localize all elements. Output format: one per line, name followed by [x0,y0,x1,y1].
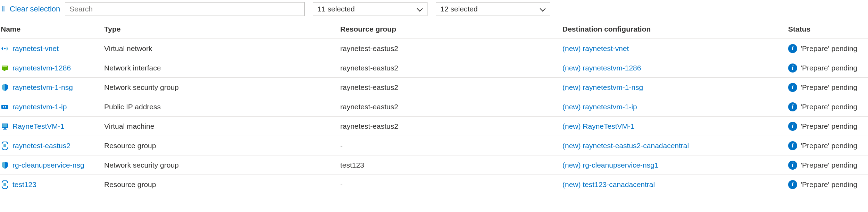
cell-status: i'Prepare' pending [788,180,868,189]
cell-resource-group: raynetest-eastus2 [340,103,562,111]
svg-rect-1 [2,66,8,70]
cell-destination: (new) test123-canadacentral [562,180,788,189]
filter-dropdown-2[interactable]: 12 selected [436,2,550,16]
destination-prefix: (new) [562,83,581,91]
info-icon[interactable]: i [788,83,797,92]
table-row[interactable]: raynetestvm-1-ipPublic IP addressraynete… [0,97,868,117]
status-text: 'Prepare' pending [801,44,857,53]
table-row[interactable]: raynetest-eastus2Resource group-(new) ra… [0,136,868,155]
destination-link[interactable]: (new) RayneTestVM-1 [562,122,635,130]
cell-resource-group: test123 [340,161,562,169]
destination-prefix: (new) [562,122,581,130]
toolbar: ll Clear selection 11 selected 12 select… [0,0,868,19]
info-icon[interactable]: i [788,102,797,111]
destination-name: raynetestvm-1286 [581,64,641,72]
svg-rect-2 [2,66,7,67]
svg-rect-5 [6,70,6,71]
table-body: raynetest-vnetVirtual networkraynetest-e… [0,39,868,194]
cell-destination: (new) raynetest-vnet [562,44,788,53]
select-all-link-partial[interactable]: ll [1,5,5,14]
resource-name-link[interactable]: raynetestvm-1286 [12,64,71,72]
col-header-destination[interactable]: Destination configuration [562,25,788,33]
cell-status: i'Prepare' pending [788,102,868,111]
info-icon[interactable]: i [788,44,797,53]
destination-prefix: (new) [562,180,581,188]
col-header-status[interactable]: Status [788,25,868,33]
resource-name-link[interactable]: test123 [12,180,36,189]
resource-name-link[interactable]: raynetest-eastus2 [12,142,70,150]
table-row[interactable]: raynetestvm-1286Network interfaceraynete… [0,58,868,78]
destination-link[interactable]: (new) raynetestvm-1286 [562,64,641,72]
nsg-icon [1,83,9,92]
svg-rect-11 [4,128,6,129]
destination-prefix: (new) [562,142,581,150]
info-icon[interactable]: i [788,141,797,150]
status-text: 'Prepare' pending [801,103,857,111]
resource-name-link[interactable]: raynetestvm-1-ip [12,103,67,111]
table-row[interactable]: rg-cleanupservice-nsgNetwork security gr… [0,155,868,175]
cell-status: i'Prepare' pending [788,122,868,131]
cell-resource-group: raynetest-eastus2 [340,64,562,72]
cell-type: Resource group [104,180,340,189]
status-text: 'Prepare' pending [801,122,857,130]
cell-type: Resource group [104,142,340,150]
table-row[interactable]: test123Resource group-(new) test123-cana… [0,175,868,194]
destination-prefix: (new) [562,103,581,111]
cell-destination: (new) raynetest-eastus2-canadacentral [562,142,788,150]
resource-name-link[interactable]: raynetest-vnet [12,44,59,53]
info-icon[interactable]: i [788,63,797,73]
cell-destination: (new) RayneTestVM-1 [562,122,788,130]
table-row[interactable]: RayneTestVM-1Virtual machineraynetest-ea… [0,117,868,136]
search-input-wrapper[interactable] [65,2,304,16]
svg-point-8 [5,106,6,108]
cell-status: i'Prepare' pending [788,44,868,53]
status-text: 'Prepare' pending [801,180,857,189]
svg-rect-10 [2,124,7,127]
resource-name-link[interactable]: rg-cleanupservice-nsg [12,161,84,169]
destination-link[interactable]: (new) test123-canadacentral [562,180,655,189]
cell-destination: (new) raynetestvm-1286 [562,64,788,72]
destination-link[interactable]: (new) raynetest-eastus2-canadacentral [562,142,689,150]
col-header-name[interactable]: Name [0,25,104,33]
cell-name: test123 [0,180,104,189]
search-input[interactable] [69,5,300,13]
table-row[interactable]: raynetestvm-1-nsgNetwork security groupr… [0,78,868,97]
status-text: 'Prepare' pending [801,64,857,72]
resource-name-link[interactable]: RayneTestVM-1 [12,122,64,130]
nsg-icon [1,161,9,169]
status-text: 'Prepare' pending [801,142,857,150]
svg-rect-12 [3,129,7,130]
cell-name: raynetestvm-1-nsg [0,83,104,92]
cell-status: i'Prepare' pending [788,83,868,92]
cell-resource-group: - [340,142,562,150]
clear-selection-link[interactable]: Clear selection [10,5,60,14]
destination-prefix: (new) [562,161,581,169]
filter-dropdown-1[interactable]: 11 selected [313,2,427,16]
svg-rect-13 [3,144,6,147]
destination-name: raynetest-eastus2-canadacentral [581,142,689,150]
destination-link[interactable]: (new) raynetestvm-1-nsg [562,83,643,92]
cell-name: raynetestvm-1286 [0,64,104,72]
destination-link[interactable]: (new) raynetestvm-1-ip [562,103,637,111]
cell-resource-group: raynetest-eastus2 [340,44,562,53]
cell-type: Network security group [104,83,340,92]
destination-name: rg-cleanupservice-nsg1 [581,161,659,169]
col-header-type[interactable]: Type [104,25,340,33]
svg-rect-14 [3,183,6,186]
destination-link[interactable]: (new) raynetest-vnet [562,44,629,53]
cell-status: i'Prepare' pending [788,63,868,73]
destination-name: test123-canadacentral [581,180,655,188]
resource-name-link[interactable]: raynetestvm-1-nsg [12,83,73,92]
info-icon[interactable]: i [788,122,797,131]
svg-point-7 [3,106,4,108]
destination-link[interactable]: (new) rg-cleanupservice-nsg1 [562,161,659,169]
info-icon[interactable]: i [788,161,797,170]
table-row[interactable]: raynetest-vnetVirtual networkraynetest-e… [0,39,868,58]
filter-dropdown-1-label: 11 selected [317,5,354,13]
info-icon[interactable]: i [788,180,797,189]
chevron-down-icon [417,6,423,12]
destination-prefix: (new) [562,64,581,72]
filter-dropdown-2-label: 12 selected [440,5,477,13]
col-header-resource-group[interactable]: Resource group [340,25,562,33]
cell-destination: (new) raynetestvm-1-ip [562,103,788,111]
